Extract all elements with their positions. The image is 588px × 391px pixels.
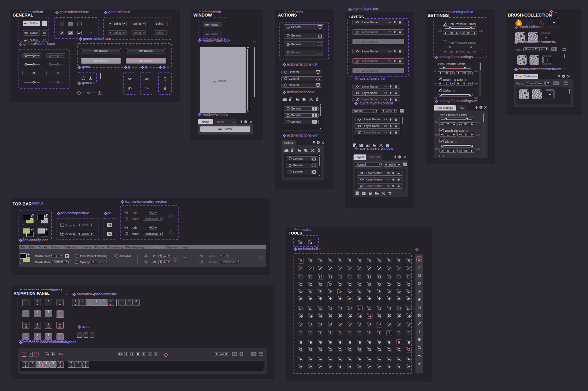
svg-text:T: T [398, 331, 400, 335]
svg-text:T: T [339, 331, 341, 335]
svg-text:T: T [359, 331, 361, 335]
svg-text:T: T [378, 331, 381, 335]
svg-text:T: T [329, 331, 332, 335]
svg-text:T: T [319, 331, 322, 335]
svg-text:T: T [300, 331, 302, 335]
svg-text:T: T [418, 329, 421, 334]
svg-text:T: T [388, 331, 390, 335]
svg-text:T: T [368, 331, 371, 335]
svg-text:T: T [349, 331, 351, 335]
svg-text:T: T [310, 331, 312, 335]
svg-text:T: T [408, 331, 410, 335]
